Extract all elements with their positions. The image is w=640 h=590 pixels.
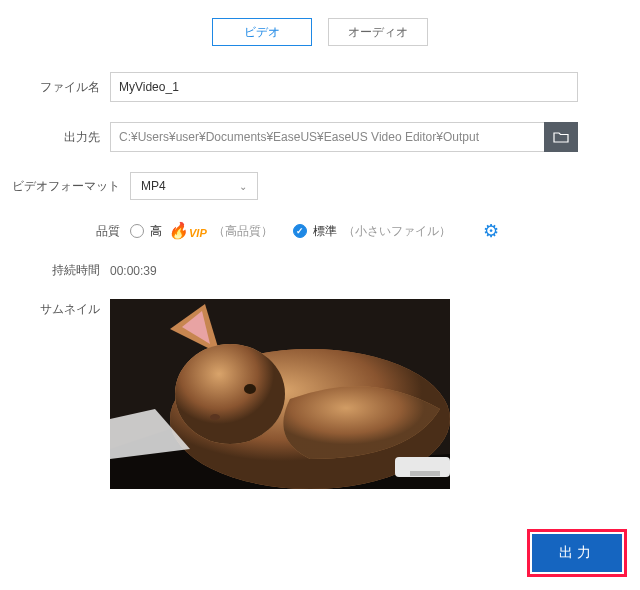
export-button[interactable]: 出力 <box>532 534 622 572</box>
tab-audio[interactable]: オーディオ <box>328 18 428 46</box>
output-dir-input[interactable] <box>110 122 545 152</box>
quality-high-radio[interactable]: 高 🔥 VIP （高品質） <box>130 223 273 240</box>
label-thumbnail: サムネイル <box>0 299 110 318</box>
quality-high-label: 高 <box>150 223 162 240</box>
flame-icon: 🔥 <box>168 223 188 239</box>
radio-checked-icon <box>293 224 307 238</box>
filename-input[interactable] <box>110 72 578 102</box>
vip-badge: 🔥 VIP <box>168 223 207 239</box>
svg-point-7 <box>210 414 220 420</box>
radio-unchecked-icon <box>130 224 144 238</box>
quality-standard-suffix: （小さいファイル） <box>343 223 451 240</box>
label-output-dir: 出力先 <box>0 129 110 146</box>
tab-audio-label: オーディオ <box>348 24 408 41</box>
folder-icon <box>553 131 569 143</box>
thumbnail-preview <box>110 299 450 489</box>
tab-video[interactable]: ビデオ <box>212 18 312 46</box>
gear-icon[interactable]: ⚙ <box>483 220 499 242</box>
svg-point-5 <box>175 344 285 444</box>
svg-point-6 <box>244 384 256 394</box>
video-format-select[interactable]: MP4 ⌄ <box>130 172 258 200</box>
chevron-down-icon: ⌄ <box>239 181 247 192</box>
tab-video-label: ビデオ <box>244 24 280 41</box>
svg-rect-9 <box>410 471 440 476</box>
label-video-format: ビデオフォーマット <box>0 178 130 195</box>
quality-standard-label: 標準 <box>313 223 337 240</box>
quality-high-suffix: （高品質） <box>213 223 273 240</box>
video-format-value: MP4 <box>141 179 166 193</box>
quality-standard-radio[interactable]: 標準 （小さいファイル） <box>293 223 451 240</box>
duration-value: 00:00:39 <box>110 264 157 278</box>
label-duration: 持続時間 <box>0 262 110 279</box>
export-button-label: 出力 <box>559 544 595 562</box>
browse-folder-button[interactable] <box>544 122 578 152</box>
label-quality: 品質 <box>0 223 130 240</box>
label-filename: ファイル名 <box>0 79 110 96</box>
vip-text: VIP <box>189 228 207 239</box>
